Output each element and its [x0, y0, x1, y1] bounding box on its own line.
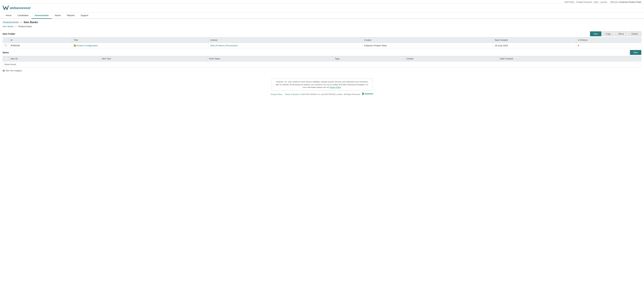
- footer-cookie-notice: Kryterion, Inc. uses cookies to track se…: [272, 79, 372, 91]
- sep2: |: [593, 1, 593, 3]
- logo[interactable]: webassessor: [3, 5, 31, 11]
- sub-breadcrumb-sep: >: [15, 25, 16, 28]
- nav-home[interactable]: Home: [3, 13, 14, 19]
- folder-action-edit[interactable]: Edit: [210, 44, 214, 47]
- header-actions: Actions: [209, 38, 362, 43]
- items-section-title: Items: [3, 51, 9, 54]
- folder-icon: [74, 45, 76, 47]
- logo-icon: [3, 5, 9, 11]
- items-header-item-text: Item Text: [100, 56, 207, 61]
- help-link[interactable]: Help: [594, 1, 598, 3]
- nav-support[interactable]: Support: [78, 13, 92, 19]
- copy-folder-button[interactable]: Copy: [602, 31, 614, 36]
- breadcrumb-item-banks: Item Banks: [24, 21, 38, 24]
- footer-links: Privacy Policy | Terms of Service © 2024…: [0, 92, 644, 99]
- breadcrumb-sep: >: [20, 21, 22, 24]
- breadcrumb-sub: Item Banks > Product Exam: [0, 25, 644, 30]
- header-date-created: Date Created: [493, 38, 576, 43]
- items-header-type: Type: [333, 56, 405, 61]
- items-table: Item ID Item Text Point Value Type Creat…: [3, 56, 641, 61]
- items-legend: Item has image(s): [3, 70, 641, 72]
- sep3: |: [599, 1, 600, 3]
- items-header-point-value: Point Value: [207, 56, 333, 61]
- header: webassessor: [0, 4, 644, 13]
- sep1: |: [575, 1, 575, 3]
- item-folder-title: Item Folder: [3, 33, 15, 35]
- items-table-header-row: Item ID Item Text Point Value Type Creat…: [3, 56, 641, 61]
- header-title: Title: [72, 38, 209, 43]
- move-folder-button[interactable]: Move: [615, 31, 628, 36]
- item-folder-header: Item Folder New Copy Move Delete: [3, 31, 641, 36]
- header-id: Id: [9, 38, 72, 43]
- folder-row-checkbox-cell: [3, 43, 9, 48]
- item-folder-table: Id Title Actions Creator Date Created # …: [3, 37, 641, 48]
- item-folder-buttons: New Copy Move Delete: [590, 31, 641, 36]
- items-section-header: Items New: [3, 50, 641, 55]
- folder-row-creator: Kryterion Product Team: [362, 43, 493, 48]
- sub-breadcrumb-item-banks[interactable]: Item Banks: [3, 25, 14, 28]
- footer-privacy-policy-link[interactable]: Privacy Policy: [271, 93, 282, 95]
- log-out-link[interactable]: Log Out: [600, 1, 607, 3]
- nav-assessments[interactable]: Assessments: [32, 13, 52, 19]
- item-folder-section: Item Folder New Copy Move Delete Id Titl…: [3, 31, 641, 48]
- delete-folder-button[interactable]: Delete: [628, 31, 641, 36]
- folder-row-actions-cell: Edit | All Items | Permissions: [209, 43, 362, 48]
- item-folder-table-header-row: Id Title Actions Creator Date Created # …: [3, 38, 641, 43]
- items-header-date-created: Date Created: [498, 56, 641, 61]
- top-bar: Edit Profile | Change Password | Help | …: [0, 0, 644, 4]
- breadcrumb-assessments[interactable]: Assessments: [3, 21, 18, 24]
- items-header-creator: Creator: [405, 56, 498, 61]
- header-creator: Creator: [362, 38, 493, 43]
- header-checkbox-col: [3, 38, 9, 43]
- kryterion-brand: kryterion: [362, 93, 373, 95]
- folder-row-num-items: 0: [576, 43, 641, 48]
- nav-reports[interactable]: Reports: [64, 13, 78, 19]
- items-header-checkbox-col: [3, 56, 9, 61]
- logo-text: webassessor: [10, 6, 31, 10]
- folder-row: IF000109 Product Configuration Edit | Al…: [3, 43, 641, 48]
- folder-row-id: IF000109: [9, 43, 72, 48]
- user-name: Kryterion Product Team: [620, 1, 641, 3]
- kryterion-k-icon: [362, 93, 364, 95]
- footer-copyright: © 2024 KRYTERION, Inc. and KRYTERION, Li…: [299, 93, 360, 95]
- kryterion-brand-label: kryterion: [364, 93, 373, 95]
- legend-image-label: Item has image(s): [6, 70, 22, 72]
- folder-row-date-created: 18 June 2024: [493, 43, 576, 48]
- items-buttons: New: [630, 50, 641, 55]
- folder-title-link[interactable]: Product Configuration: [77, 44, 98, 47]
- items-header-item-id: Item ID: [9, 56, 100, 61]
- nav-candidates[interactable]: Candidates: [14, 13, 32, 19]
- items-section: Items New Item ID Item Text Point Value …: [3, 50, 641, 72]
- folder-row-title-cell: Product Configuration: [72, 43, 209, 48]
- footer-terms-link[interactable]: Terms of Service: [285, 93, 299, 95]
- new-folder-button[interactable]: New: [590, 31, 602, 36]
- welcome-message: Welcome, Kryterion Product Team: [610, 1, 641, 3]
- breadcrumb-main: Assessments > Item Banks: [0, 19, 644, 25]
- none-found-message: None found.: [3, 61, 641, 68]
- legend-image-icon: [3, 70, 5, 72]
- folder-action-all-items[interactable]: All Items: [216, 44, 224, 47]
- folder-row-checkbox[interactable]: [5, 44, 7, 46]
- change-password-link[interactable]: Change Password: [576, 1, 592, 3]
- cookie-privacy-link[interactable]: Privacy Policy: [330, 86, 341, 88]
- header-num-items: # of Items: [576, 38, 641, 43]
- cookie-text: Kryterion, Inc. uses cookies to track se…: [276, 81, 368, 88]
- nav-admin[interactable]: Admin: [52, 13, 64, 19]
- sub-breadcrumb-product-exam: Product Exam: [18, 25, 32, 28]
- new-item-button[interactable]: New: [630, 50, 641, 55]
- edit-profile-link[interactable]: Edit Profile: [565, 1, 574, 3]
- main-nav: Home Candidates Assessments Admin Report…: [0, 13, 644, 19]
- folder-action-permissions[interactable]: Permissions: [226, 44, 238, 47]
